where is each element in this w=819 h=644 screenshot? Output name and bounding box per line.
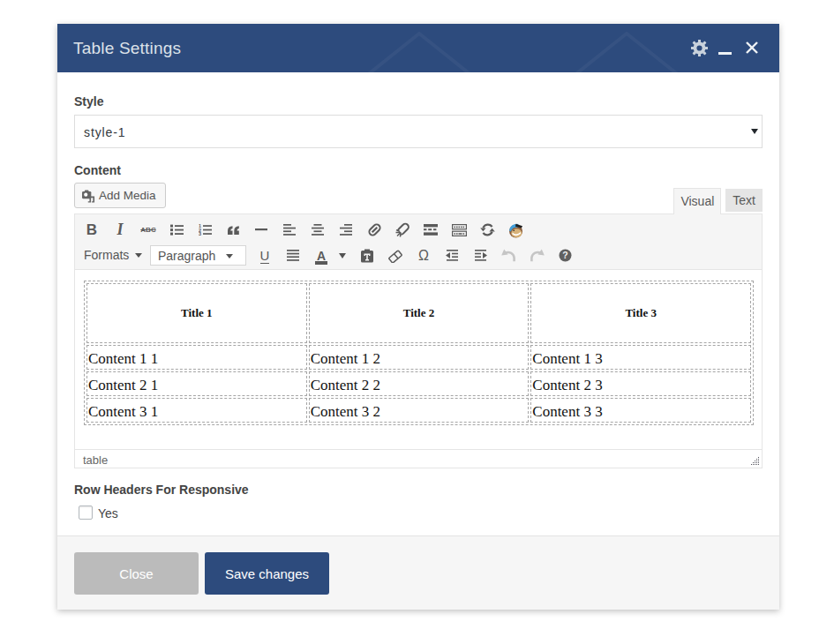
- svg-text:3: 3: [199, 231, 201, 236]
- svg-text:?: ?: [562, 250, 567, 260]
